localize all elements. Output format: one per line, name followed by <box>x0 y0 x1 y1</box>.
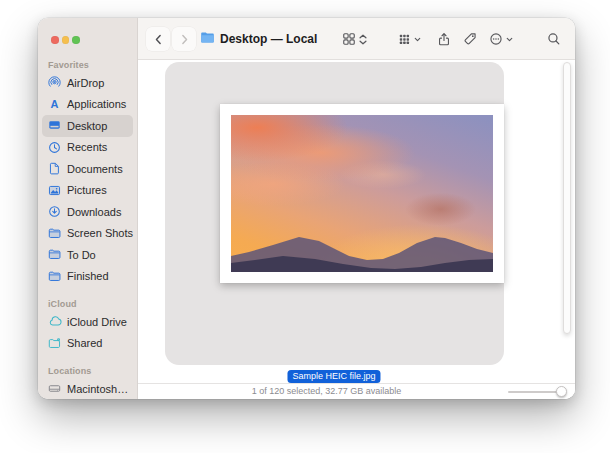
search-button[interactable] <box>542 27 566 51</box>
svg-text:A: A <box>51 98 59 110</box>
sidebar-item-label: Downloads <box>67 206 121 218</box>
sidebar-item-label: Pictures <box>67 184 107 196</box>
ellipsis-circle-icon <box>489 32 503 46</box>
sidebar-section-locations: LocationsMacintosh… <box>38 364 137 399</box>
sidebar-item-label: Applications <box>67 98 126 110</box>
back-button[interactable] <box>146 27 170 51</box>
toolbar: Desktop — Local <box>138 18 575 60</box>
sidebar-item-label: iCloud Drive <box>67 316 127 328</box>
traffic-lights <box>51 36 80 44</box>
folder-icon <box>200 30 215 48</box>
downloads-icon <box>47 204 62 219</box>
zoom-button[interactable] <box>72 36 80 44</box>
selected-filename-label[interactable]: Sample HEIC file.jpg <box>287 370 380 383</box>
tag-icon <box>463 32 477 46</box>
forward-button[interactable] <box>172 27 196 51</box>
sidebar-section-header: iCloud <box>38 297 137 311</box>
sidebar-section-header: Favorites <box>38 58 137 72</box>
tags-button[interactable] <box>458 27 482 51</box>
sidebar-item-label: Recents <box>67 141 107 153</box>
icon-size-slider[interactable] <box>508 391 565 393</box>
sidebar-item-documents[interactable]: Documents <box>42 158 133 180</box>
sidebar-item-label: Finished <box>67 270 109 282</box>
search-icon <box>547 32 561 46</box>
chevron-down-icon <box>413 35 422 44</box>
sidebar-item-icloud-drive[interactable]: iCloud Drive <box>42 311 133 333</box>
pictures-icon <box>47 183 62 198</box>
close-button[interactable] <box>51 36 59 44</box>
group-by-button[interactable] <box>393 27 427 51</box>
sidebar-item-pictures[interactable]: Pictures <box>42 180 133 202</box>
sidebar-item-label: AirDrop <box>67 77 104 89</box>
sidebar-item-desktop[interactable]: Desktop <box>42 115 133 137</box>
finder-window: FavoritesAirDropAApplicationsDesktopRece… <box>38 18 575 399</box>
sidebar-item-macintosh[interactable]: Macintosh… <box>42 378 133 399</box>
window-title: Desktop — Local <box>220 32 317 46</box>
view-options-button[interactable] <box>338 27 372 51</box>
document-icon <box>47 161 62 176</box>
status-bar: 1 of 120 selected, 32.77 GB available <box>138 383 575 399</box>
sidebar-item-downloads[interactable]: Downloads <box>42 201 133 223</box>
airdrop-icon <box>47 75 62 90</box>
share-button[interactable] <box>432 27 456 51</box>
sidebar-item-label: Macintosh… <box>67 383 128 395</box>
icon-size-slider-knob[interactable] <box>556 386 567 397</box>
shared-folder-icon <box>47 336 62 351</box>
sidebar-item-airdrop[interactable]: AirDrop <box>42 72 133 94</box>
group-grid-icon <box>398 33 411 46</box>
mountains-silhouette <box>231 226 493 272</box>
sidebar-section-header: Locations <box>38 364 137 378</box>
icloud-icon <box>47 314 62 329</box>
sidebar-item-label: Desktop <box>67 120 107 132</box>
sidebar-section-favorites: FavoritesAirDropAApplicationsDesktopRece… <box>38 58 137 287</box>
status-text: 1 of 120 selected, 32.77 GB available <box>138 384 515 399</box>
sidebar-item-recents[interactable]: Recents <box>42 137 133 159</box>
share-icon <box>437 32 451 47</box>
sidebar-item-label: Screen Shots <box>67 227 133 239</box>
sidebar-list: FavoritesAirDropAApplicationsDesktopRece… <box>38 58 137 399</box>
photo-thumbnail <box>231 115 493 272</box>
hard-drive-icon <box>47 381 62 396</box>
sidebar-section-icloud: iCloudiCloud DriveShared <box>38 297 137 354</box>
clock-icon <box>47 140 62 155</box>
desktop-icon <box>47 118 62 133</box>
vertical-scrollbar[interactable] <box>563 62 571 334</box>
sidebar-item-label: Shared <box>67 337 102 349</box>
chevron-left-icon <box>152 33 165 46</box>
sidebar-item-shared[interactable]: Shared <box>42 333 133 355</box>
folder-icon <box>47 226 62 241</box>
sidebar-item-applications[interactable]: AApplications <box>42 94 133 116</box>
selected-file-icon[interactable] <box>165 62 504 365</box>
applications-icon: A <box>47 97 62 112</box>
folder-icon <box>47 269 62 284</box>
grid-view-icon <box>342 32 356 46</box>
photo-frame <box>220 104 504 283</box>
sidebar-item-finished[interactable]: Finished <box>42 266 133 288</box>
sidebar-item-label: Documents <box>67 163 123 175</box>
minimize-button[interactable] <box>62 36 70 44</box>
folder-icon <box>47 247 62 262</box>
chevron-up-down-icon <box>358 33 368 46</box>
sidebar-item-label: To Do <box>67 249 96 261</box>
chevron-right-icon <box>178 33 191 46</box>
content-area: Sample HEIC file.jpg 1 of 120 selected, … <box>138 61 575 399</box>
more-actions-button[interactable] <box>484 27 518 51</box>
window-title-group: Desktop — Local <box>200 26 317 52</box>
chevron-down-icon <box>505 35 514 44</box>
sidebar: FavoritesAirDropAApplicationsDesktopRece… <box>38 18 138 399</box>
sidebar-item-screen-shots[interactable]: Screen Shots <box>42 223 133 245</box>
sidebar-item-to-do[interactable]: To Do <box>42 244 133 266</box>
